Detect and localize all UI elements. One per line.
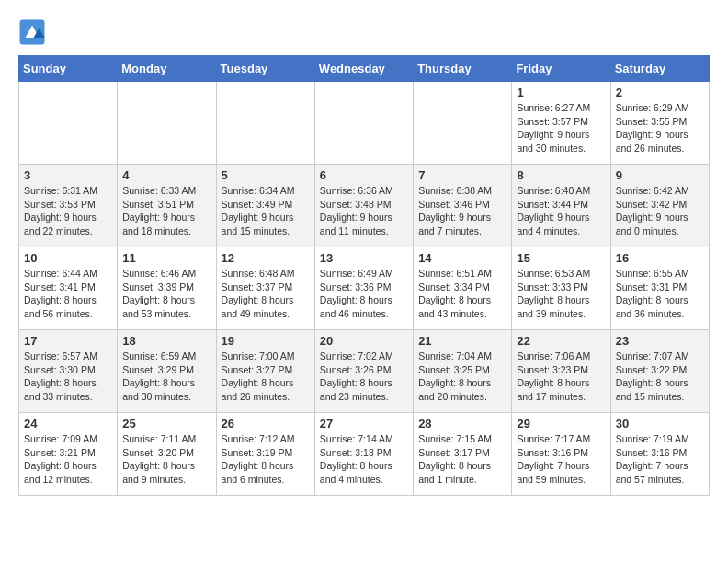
day-info: Sunrise: 6:46 AM Sunset: 3:39 PM Dayligh… xyxy=(122,267,210,321)
day-number: 2 xyxy=(616,86,704,99)
calendar-cell: 23Sunrise: 7:07 AM Sunset: 3:22 PM Dayli… xyxy=(610,330,709,413)
day-number: 18 xyxy=(122,334,210,348)
day-info: Sunrise: 6:42 AM Sunset: 3:42 PM Dayligh… xyxy=(616,184,704,238)
day-info: Sunrise: 7:07 AM Sunset: 3:22 PM Dayligh… xyxy=(616,350,704,404)
calendar-cell: 25Sunrise: 7:11 AM Sunset: 3:20 PM Dayli… xyxy=(118,413,216,496)
day-info: Sunrise: 6:27 AM Sunset: 3:57 PM Dayligh… xyxy=(517,101,605,155)
day-info: Sunrise: 7:14 AM Sunset: 3:18 PM Dayligh… xyxy=(320,432,408,487)
day-number: 10 xyxy=(24,251,112,265)
day-info: Sunrise: 6:33 AM Sunset: 3:51 PM Dayligh… xyxy=(122,184,210,238)
calendar-cell: 29Sunrise: 7:17 AM Sunset: 3:16 PM Dayli… xyxy=(512,413,610,496)
calendar-cell: 15Sunrise: 6:53 AM Sunset: 3:33 PM Dayli… xyxy=(512,247,610,330)
calendar-cell: 18Sunrise: 6:59 AM Sunset: 3:29 PM Dayli… xyxy=(118,330,216,413)
calendar-cell xyxy=(118,82,216,165)
calendar-cell: 1Sunrise: 6:27 AM Sunset: 3:57 PM Daylig… xyxy=(512,82,610,165)
calendar-week-row: 3Sunrise: 6:31 AM Sunset: 3:53 PM Daylig… xyxy=(19,165,710,247)
day-number: 9 xyxy=(616,168,704,182)
day-header-monday: Monday xyxy=(118,56,216,82)
day-info: Sunrise: 6:48 AM Sunset: 3:37 PM Dayligh… xyxy=(222,267,310,321)
day-header-friday: Friday xyxy=(512,56,610,82)
calendar-cell: 27Sunrise: 7:14 AM Sunset: 3:18 PM Dayli… xyxy=(314,413,413,496)
calendar-cell: 3Sunrise: 6:31 AM Sunset: 3:53 PM Daylig… xyxy=(19,165,118,247)
calendar-cell xyxy=(19,82,118,165)
day-number: 14 xyxy=(418,251,506,265)
day-header-thursday: Thursday xyxy=(414,56,512,82)
day-info: Sunrise: 6:59 AM Sunset: 3:29 PM Dayligh… xyxy=(122,350,210,404)
logo-icon xyxy=(18,18,46,46)
calendar-cell: 9Sunrise: 6:42 AM Sunset: 3:42 PM Daylig… xyxy=(610,165,709,247)
calendar-cell: 4Sunrise: 6:33 AM Sunset: 3:51 PM Daylig… xyxy=(118,165,216,247)
day-number: 23 xyxy=(616,334,704,348)
calendar-week-row: 1Sunrise: 6:27 AM Sunset: 3:57 PM Daylig… xyxy=(19,82,710,165)
calendar-cell xyxy=(216,82,314,165)
day-number: 28 xyxy=(418,417,506,431)
day-info: Sunrise: 6:31 AM Sunset: 3:53 PM Dayligh… xyxy=(24,184,112,238)
day-info: Sunrise: 6:53 AM Sunset: 3:33 PM Dayligh… xyxy=(517,267,605,321)
calendar-cell: 12Sunrise: 6:48 AM Sunset: 3:37 PM Dayli… xyxy=(216,247,314,330)
day-info: Sunrise: 6:36 AM Sunset: 3:48 PM Dayligh… xyxy=(320,184,408,238)
day-info: Sunrise: 7:15 AM Sunset: 3:17 PM Dayligh… xyxy=(418,432,506,487)
calendar-cell: 17Sunrise: 6:57 AM Sunset: 3:30 PM Dayli… xyxy=(19,330,118,413)
calendar-cell: 6Sunrise: 6:36 AM Sunset: 3:48 PM Daylig… xyxy=(314,165,413,247)
day-number: 15 xyxy=(517,251,605,265)
day-number: 25 xyxy=(122,417,210,431)
day-info: Sunrise: 6:29 AM Sunset: 3:55 PM Dayligh… xyxy=(616,101,704,155)
calendar-cell: 8Sunrise: 6:40 AM Sunset: 3:44 PM Daylig… xyxy=(512,165,610,247)
day-info: Sunrise: 7:12 AM Sunset: 3:19 PM Dayligh… xyxy=(222,432,310,487)
day-number: 16 xyxy=(616,251,704,265)
calendar-cell xyxy=(314,82,413,165)
calendar-cell: 28Sunrise: 7:15 AM Sunset: 3:17 PM Dayli… xyxy=(414,413,512,496)
day-info: Sunrise: 7:06 AM Sunset: 3:23 PM Dayligh… xyxy=(517,350,605,404)
day-number: 27 xyxy=(320,417,408,431)
day-number: 8 xyxy=(517,168,605,182)
calendar-header-row: SundayMondayTuesdayWednesdayThursdayFrid… xyxy=(19,56,710,82)
day-header-tuesday: Tuesday xyxy=(216,56,314,82)
day-header-sunday: Sunday xyxy=(19,56,118,82)
page-header xyxy=(18,18,710,46)
calendar-cell: 26Sunrise: 7:12 AM Sunset: 3:19 PM Dayli… xyxy=(216,413,314,496)
day-info: Sunrise: 7:09 AM Sunset: 3:21 PM Dayligh… xyxy=(24,432,112,487)
day-number: 24 xyxy=(24,417,112,431)
day-number: 22 xyxy=(517,334,605,348)
calendar-table: SundayMondayTuesdayWednesdayThursdayFrid… xyxy=(18,55,710,496)
day-info: Sunrise: 7:02 AM Sunset: 3:26 PM Dayligh… xyxy=(320,350,408,404)
day-info: Sunrise: 6:34 AM Sunset: 3:49 PM Dayligh… xyxy=(222,184,310,238)
day-info: Sunrise: 6:40 AM Sunset: 3:44 PM Dayligh… xyxy=(517,184,605,238)
calendar-cell: 7Sunrise: 6:38 AM Sunset: 3:46 PM Daylig… xyxy=(414,165,512,247)
day-info: Sunrise: 6:38 AM Sunset: 3:46 PM Dayligh… xyxy=(418,184,506,238)
logo xyxy=(18,18,51,46)
day-number: 6 xyxy=(320,168,408,182)
calendar-week-row: 17Sunrise: 6:57 AM Sunset: 3:30 PM Dayli… xyxy=(19,330,710,413)
day-number: 3 xyxy=(24,168,112,182)
day-number: 17 xyxy=(24,334,112,348)
calendar-cell: 13Sunrise: 6:49 AM Sunset: 3:36 PM Dayli… xyxy=(314,247,413,330)
day-info: Sunrise: 7:00 AM Sunset: 3:27 PM Dayligh… xyxy=(222,350,310,404)
calendar-cell: 24Sunrise: 7:09 AM Sunset: 3:21 PM Dayli… xyxy=(19,413,118,496)
day-number: 12 xyxy=(222,251,310,265)
calendar-cell xyxy=(414,82,512,165)
day-number: 1 xyxy=(517,86,605,99)
day-info: Sunrise: 6:57 AM Sunset: 3:30 PM Dayligh… xyxy=(24,350,112,404)
day-info: Sunrise: 7:17 AM Sunset: 3:16 PM Dayligh… xyxy=(517,432,605,487)
day-header-saturday: Saturday xyxy=(610,56,709,82)
day-number: 30 xyxy=(616,417,704,431)
day-info: Sunrise: 7:19 AM Sunset: 3:16 PM Dayligh… xyxy=(616,432,704,487)
day-info: Sunrise: 6:49 AM Sunset: 3:36 PM Dayligh… xyxy=(320,267,408,321)
calendar-week-row: 10Sunrise: 6:44 AM Sunset: 3:41 PM Dayli… xyxy=(19,247,710,330)
day-number: 19 xyxy=(222,334,310,348)
calendar-cell: 14Sunrise: 6:51 AM Sunset: 3:34 PM Dayli… xyxy=(414,247,512,330)
day-header-wednesday: Wednesday xyxy=(314,56,413,82)
calendar-cell: 2Sunrise: 6:29 AM Sunset: 3:55 PM Daylig… xyxy=(610,82,709,165)
day-info: Sunrise: 7:04 AM Sunset: 3:25 PM Dayligh… xyxy=(418,350,506,404)
calendar-cell: 30Sunrise: 7:19 AM Sunset: 3:16 PM Dayli… xyxy=(610,413,709,496)
calendar-cell: 19Sunrise: 7:00 AM Sunset: 3:27 PM Dayli… xyxy=(216,330,314,413)
day-number: 4 xyxy=(122,168,210,182)
day-info: Sunrise: 7:11 AM Sunset: 3:20 PM Dayligh… xyxy=(122,432,210,487)
calendar-cell: 21Sunrise: 7:04 AM Sunset: 3:25 PM Dayli… xyxy=(414,330,512,413)
day-number: 20 xyxy=(320,334,408,348)
day-info: Sunrise: 6:44 AM Sunset: 3:41 PM Dayligh… xyxy=(24,267,112,321)
day-number: 5 xyxy=(222,168,310,182)
day-info: Sunrise: 6:51 AM Sunset: 3:34 PM Dayligh… xyxy=(418,267,506,321)
day-number: 7 xyxy=(418,168,506,182)
calendar-cell: 16Sunrise: 6:55 AM Sunset: 3:31 PM Dayli… xyxy=(610,247,709,330)
